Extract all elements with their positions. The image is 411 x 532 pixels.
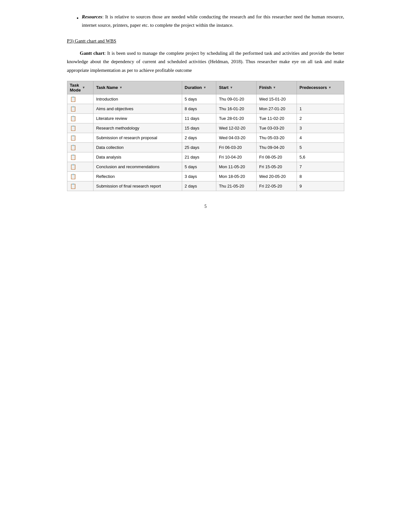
sort-arrow-name: ▼ [119, 86, 122, 89]
cell-finish: Wed 15-01-20 [257, 94, 297, 104]
cell-finish: Mon 27-01-20 [257, 104, 297, 113]
task-mode-icon: 📋 [70, 125, 76, 131]
table-row: 📋Research methodology15 daysWed 12-02-20… [67, 123, 344, 133]
cell-start: Mon 11-05-20 [216, 162, 257, 171]
sort-arrow-finish: ▼ [273, 86, 276, 89]
cell-duration: 15 days [182, 123, 216, 133]
cell-start: Thu 09-01-20 [216, 94, 257, 104]
cell-finish: Thu 09-04-20 [257, 142, 297, 152]
page: • Resources: It is relative to sources t… [67, 13, 344, 209]
table-row: 📋Introduction5 daysThu 09-01-20Wed 15-01… [67, 94, 344, 104]
cell-start: Fri 10-04-20 [216, 152, 257, 162]
table-header-row: TaskMode ▼ Task Name ▼ Duration ▼ [67, 81, 344, 94]
table-row: 📋Submission of research proposal2 daysWe… [67, 133, 344, 142]
cell-name: Literature review [93, 113, 182, 123]
bullet-body: : It is relative to sources those are ne… [82, 14, 344, 28]
col-header-finish: Finish ▼ [257, 81, 297, 94]
cell-mode: 📋 [67, 104, 93, 113]
cell-mode: 📋 [67, 181, 93, 191]
table-row: 📋Literature review11 daysTue 28-01-20Tue… [67, 113, 344, 123]
cell-predecessors: 1 [297, 104, 344, 113]
task-mode-icon: 📋 [70, 135, 76, 141]
task-mode-icon: 📋 [70, 164, 76, 170]
cell-finish: Tue 03-03-20 [257, 123, 297, 133]
bullet-dot: • [77, 14, 79, 29]
table-row: 📋Data collection25 daysFri 06-03-20Thu 0… [67, 142, 344, 152]
cell-duration: 2 days [182, 133, 216, 142]
sort-arrow-mode: ▼ [82, 86, 85, 89]
col-header-start: Start ▼ [216, 81, 257, 94]
task-mode-icon: 📋 [70, 183, 76, 189]
cell-predecessors: 3 [297, 123, 344, 133]
col-header-name: Task Name ▼ [93, 81, 182, 94]
table-row: 📋Conclusion and recommendations5 daysMon… [67, 162, 344, 171]
col-mode-label: TaskMode [70, 83, 81, 92]
page-number: 5 [67, 204, 344, 209]
cell-name: Introduction [93, 94, 182, 104]
cell-mode: 📋 [67, 162, 93, 171]
col-start-label: Start [219, 85, 229, 90]
col-header-mode: TaskMode ▼ [67, 81, 93, 94]
sort-arrow-duration: ▼ [203, 86, 206, 89]
bullet-text: Resources: It is relative to sources tho… [82, 13, 344, 29]
cell-finish: Fri 08-05-20 [257, 152, 297, 162]
cell-start: Wed 04-03-20 [216, 133, 257, 142]
cell-name: Submission of research proposal [93, 133, 182, 142]
cell-start: Mon 18-05-20 [216, 171, 257, 181]
cell-mode: 📋 [67, 142, 93, 152]
p3-heading: P3) Gantt chart and WBS [67, 38, 344, 44]
col-predecessors-label: Predecessors [299, 85, 327, 90]
cell-duration: 21 days [182, 152, 216, 162]
cell-name: Reflection [93, 171, 182, 181]
cell-predecessors: 8 [297, 171, 344, 181]
table-row: 📋Submission of final research report2 da… [67, 181, 344, 191]
cell-predecessors: 7 [297, 162, 344, 171]
task-mode-icon: 📋 [70, 144, 76, 150]
cell-duration: 5 days [182, 94, 216, 104]
cell-finish: Wed 20-05-20 [257, 171, 297, 181]
cell-mode: 📋 [67, 113, 93, 123]
task-mode-icon: 📋 [70, 115, 76, 121]
sort-arrow-start: ▼ [230, 86, 233, 89]
table-row: 📋Data analysis21 daysFri 10-04-20Fri 08-… [67, 152, 344, 162]
task-mode-icon: 📋 [70, 154, 76, 160]
cell-name: Research methodology [93, 123, 182, 133]
cell-predecessors: 5 [297, 142, 344, 152]
cell-finish: Thu 05-03-20 [257, 133, 297, 142]
col-name-label: Task Name [96, 85, 118, 90]
cell-duration: 2 days [182, 181, 216, 191]
cell-mode: 📋 [67, 152, 93, 162]
cell-start: Tue 28-01-20 [216, 113, 257, 123]
cell-finish: Tue 11-02-20 [257, 113, 297, 123]
cell-name: Submission of final research report [93, 181, 182, 191]
cell-duration: 3 days [182, 171, 216, 181]
cell-duration: 11 days [182, 113, 216, 123]
cell-name: Conclusion and recommendations [93, 162, 182, 171]
cell-mode: 📋 [67, 133, 93, 142]
cell-predecessors: 5,6 [297, 152, 344, 162]
col-finish-label: Finish [259, 85, 271, 90]
cell-predecessors: 4 [297, 133, 344, 142]
cell-finish: Fri 22-05-20 [257, 181, 297, 191]
cell-predecessors: 9 [297, 181, 344, 191]
cell-start: Thu 16-01-20 [216, 104, 257, 113]
cell-name: Aims and objectives [93, 104, 182, 113]
table-row: 📋Reflection3 daysMon 18-05-20Wed 20-05-2… [67, 171, 344, 181]
cell-mode: 📋 [67, 94, 93, 104]
bullet-item-resources: • Resources: It is relative to sources t… [77, 13, 344, 29]
cell-start: Fri 06-03-20 [216, 142, 257, 152]
col-duration-label: Duration [185, 85, 202, 90]
cell-duration: 5 days [182, 162, 216, 171]
col-header-predecessors: Predecessors ▼ [297, 81, 344, 94]
bullet-label: Resources [82, 14, 102, 19]
task-mode-icon: 📋 [70, 96, 76, 102]
gantt-table: TaskMode ▼ Task Name ▼ Duration ▼ [67, 81, 344, 191]
cell-name: Data analysis [93, 152, 182, 162]
cell-mode: 📋 [67, 123, 93, 133]
cell-predecessors [297, 94, 344, 104]
cell-finish: Fri 15-05-20 [257, 162, 297, 171]
cell-mode: 📋 [67, 171, 93, 181]
cell-name: Data collection [93, 142, 182, 152]
task-mode-icon: 📋 [70, 106, 76, 112]
col-header-duration: Duration ▼ [182, 81, 216, 94]
